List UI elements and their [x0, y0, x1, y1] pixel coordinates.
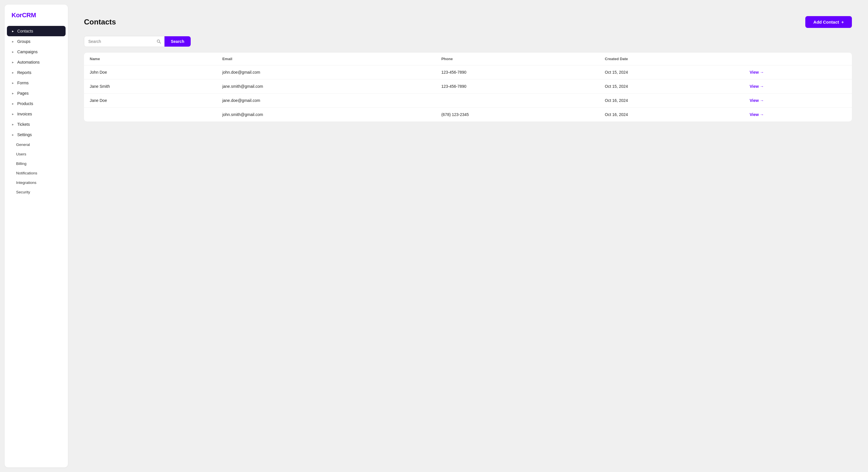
table-header-row: Name Email Phone Created Date [84, 53, 852, 65]
chevron-icon: ► [11, 50, 14, 54]
cell-view: View → [744, 93, 852, 108]
sidebar-item-label: Invoices [17, 112, 32, 116]
cell-email: john.doe@gmail.com [217, 65, 436, 80]
search-row: Search [84, 36, 852, 47]
sidebar-sub-item-label: General [16, 143, 30, 147]
cell-phone: 123-456-7890 [435, 80, 599, 93]
col-header-name: Name [84, 53, 217, 65]
sidebar-item-label: Reports [17, 70, 31, 75]
view-label: View [749, 84, 759, 89]
sidebar-item-label: Pages [17, 91, 29, 95]
sidebar-sub-item-notifications[interactable]: Notifications [5, 168, 68, 178]
sidebar-sub-item-users[interactable]: Users [5, 149, 68, 159]
sidebar-item-label: Contacts [17, 29, 33, 33]
sidebar-sub-item-label: Integrations [16, 180, 36, 185]
sidebar-sub-item-label: Billing [16, 161, 27, 166]
view-label: View [749, 112, 759, 117]
sidebar-item-label: Tickets [17, 122, 30, 127]
sidebar: KorCRM ► Contacts ► Groups ► Campaigns ►… [5, 5, 68, 467]
col-header-email: Email [217, 53, 436, 65]
cell-email: john.smith@gmail.com [217, 108, 436, 122]
arrow-icon: → [760, 98, 764, 103]
view-label: View [749, 98, 759, 103]
sidebar-item-label: Campaigns [17, 50, 38, 54]
search-button-label: Search [171, 39, 184, 44]
cell-phone: (678) 123-2345 [435, 108, 599, 122]
plus-icon: + [841, 20, 844, 25]
search-input[interactable] [84, 36, 164, 47]
col-header-created-date: Created Date [599, 53, 744, 65]
chevron-icon: ► [11, 40, 14, 43]
cell-view: View → [744, 65, 852, 80]
col-header-phone: Phone [435, 53, 599, 65]
app-logo: KorCRM [5, 11, 68, 26]
cell-view: View → [744, 108, 852, 122]
view-link[interactable]: View → [749, 112, 846, 117]
main-content: Contacts Add Contact + Search [72, 0, 868, 472]
chevron-icon: ► [11, 71, 14, 74]
sidebar-sub-item-label: Users [16, 152, 26, 156]
svg-line-1 [159, 42, 160, 43]
cell-created-date: Oct 15, 2024 [599, 80, 744, 93]
chevron-icon: ► [11, 133, 14, 137]
cell-name [84, 108, 217, 122]
sidebar-item-contacts[interactable]: ► Contacts [7, 26, 66, 36]
cell-created-date: Oct 16, 2024 [599, 93, 744, 108]
cell-created-date: Oct 16, 2024 [599, 108, 744, 122]
cell-email: jane.doe@gmail.com [217, 93, 436, 108]
add-contact-button[interactable]: Add Contact + [805, 16, 852, 28]
sidebar-item-campaigns[interactable]: ► Campaigns [5, 47, 68, 57]
sidebar-item-automations[interactable]: ► Automations [5, 57, 68, 67]
view-link[interactable]: View → [749, 98, 846, 103]
chevron-icon: ► [11, 92, 14, 95]
sidebar-item-label: Automations [17, 60, 40, 64]
chevron-icon: ► [11, 123, 14, 126]
sidebar-item-settings[interactable]: ► Settings [5, 129, 68, 140]
table-row: john.smith@gmail.com (678) 123-2345 Oct … [84, 108, 852, 122]
sidebar-item-forms[interactable]: ► Forms [5, 78, 68, 88]
search-icon-button[interactable] [156, 39, 161, 44]
col-header-actions [744, 53, 852, 65]
sidebar-sub-item-security[interactable]: Security [5, 187, 68, 197]
view-link[interactable]: View → [749, 70, 846, 75]
search-icon [156, 39, 161, 44]
sidebar-item-invoices[interactable]: ► Invoices [5, 109, 68, 119]
sidebar-item-products[interactable]: ► Products [5, 98, 68, 109]
table-row: Jane Doe jane.doe@gmail.com Oct 16, 2024… [84, 93, 852, 108]
cell-name: Jane Doe [84, 93, 217, 108]
contacts-table-wrap: Name Email Phone Created Date John Doe j… [84, 53, 852, 121]
chevron-icon: ► [11, 113, 14, 116]
sidebar-sub-item-general[interactable]: General [5, 140, 68, 149]
sidebar-sub-item-billing[interactable]: Billing [5, 159, 68, 168]
sidebar-item-label: Products [17, 101, 33, 106]
chevron-icon: ► [11, 61, 14, 64]
sidebar-item-label: Groups [17, 39, 30, 44]
search-button[interactable]: Search [164, 36, 191, 47]
page-title: Contacts [84, 18, 116, 27]
page-header: Contacts Add Contact + [84, 16, 852, 28]
sidebar-item-tickets[interactable]: ► Tickets [5, 119, 68, 129]
cell-view: View → [744, 80, 852, 93]
sidebar-item-pages[interactable]: ► Pages [5, 88, 68, 98]
chevron-icon: ► [11, 82, 14, 85]
sidebar-item-reports[interactable]: ► Reports [5, 67, 68, 78]
sidebar-sub-item-label: Notifications [16, 171, 37, 175]
view-link[interactable]: View → [749, 84, 846, 89]
sidebar-item-label: Forms [17, 81, 29, 85]
view-label: View [749, 70, 759, 75]
cell-phone: 123-456-7890 [435, 65, 599, 80]
sidebar-item-label: Settings [17, 132, 32, 137]
contacts-table: Name Email Phone Created Date John Doe j… [84, 53, 852, 121]
arrow-icon: → [760, 112, 764, 117]
cell-name: Jane Smith [84, 80, 217, 93]
sidebar-sub-item-integrations[interactable]: Integrations [5, 178, 68, 187]
sidebar-item-groups[interactable]: ► Groups [5, 36, 68, 47]
add-contact-label: Add Contact [813, 20, 839, 25]
cell-created-date: Oct 15, 2024 [599, 65, 744, 80]
arrow-icon: → [760, 70, 764, 75]
arrow-icon: → [760, 84, 764, 89]
table-row: Jane Smith jane.smith@gmail.com 123-456-… [84, 80, 852, 93]
chevron-icon: ► [11, 102, 14, 105]
search-input-wrap [84, 36, 164, 47]
main-panel: Contacts Add Contact + Search [75, 7, 861, 465]
